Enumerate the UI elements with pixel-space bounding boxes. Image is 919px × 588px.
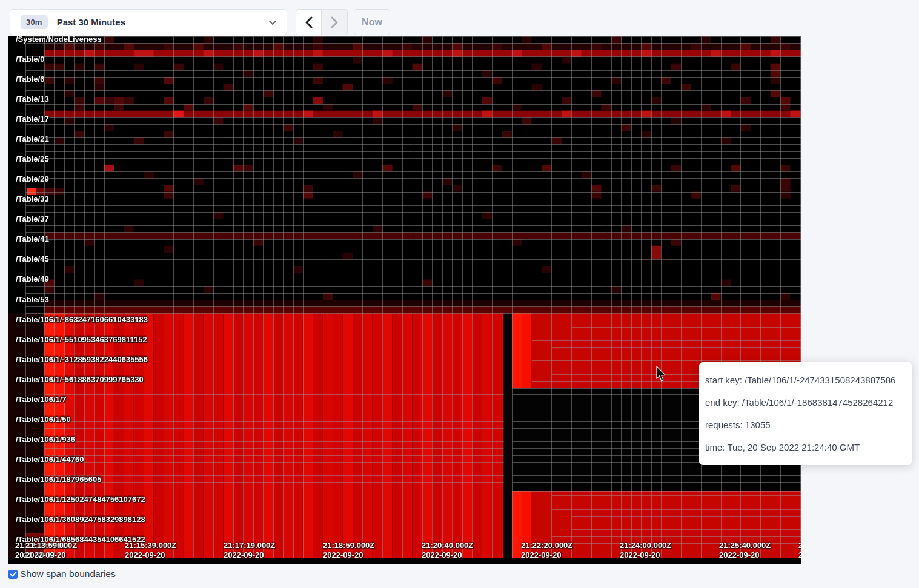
show-span-boundaries-checkbox[interactable]	[8, 570, 18, 579]
time-range-label: Past 30 Minutes	[57, 17, 125, 27]
time-range-badge: 30m	[21, 15, 48, 29]
chevron-down-icon	[268, 19, 277, 26]
pan-forward-button[interactable]	[322, 9, 348, 35]
footer: Show span boundaries	[8, 569, 116, 580]
chevron-right-icon	[330, 16, 339, 28]
pan-back-button[interactable]	[296, 9, 322, 35]
key-visualizer-heatmap[interactable]	[8, 36, 801, 564]
time-pan-button-group	[296, 9, 348, 35]
chevron-left-icon	[305, 16, 313, 28]
time-range-select[interactable]: 30m Past 30 Minutes	[10, 9, 287, 35]
now-button[interactable]: Now	[354, 9, 390, 35]
show-span-boundaries-label: Show span boundaries	[20, 569, 116, 580]
toolbar: 30m Past 30 Minutes Now	[0, 0, 919, 36]
key-visualizer: /System/NodeLiveness/Table/0/Table/6/Tab…	[0, 0, 919, 588]
